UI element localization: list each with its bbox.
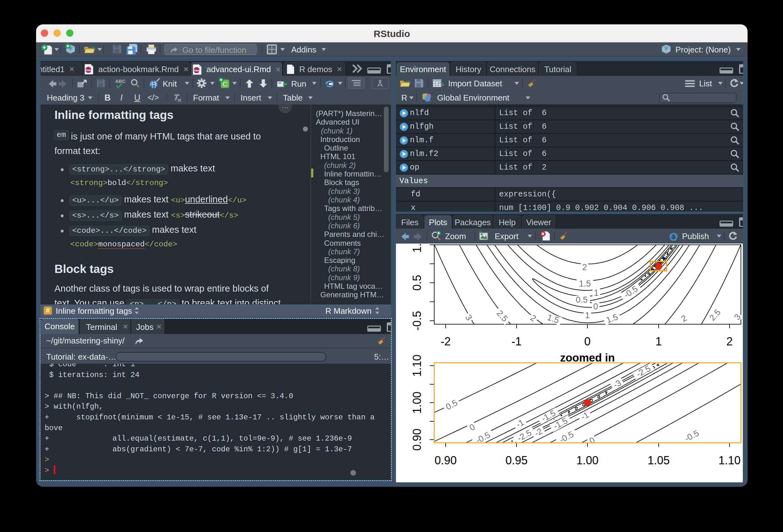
svg-text:1.00: 1.00 [410,392,424,414]
svg-text:1: 1 [585,310,590,320]
svg-text:ABC: ABC [115,78,126,84]
svg-text:1: 1 [655,335,662,348]
svg-text:0: 0 [593,302,598,311]
svg-text:0: 0 [584,335,591,348]
svg-text:1.5: 1.5 [579,279,591,289]
svg-text:0.90: 0.90 [435,454,457,467]
svg-text:0.5: 0.5 [410,275,424,291]
svg-text:Rmd: Rmd [193,69,200,72]
svg-text:zoomed in: zoomed in [560,352,615,364]
svg-text:1.00: 1.00 [576,454,598,467]
svg-text:-1: -1 [511,335,522,348]
svg-text:1.05: 1.05 [648,454,670,467]
svg-text:C: C [222,80,227,88]
svg-text:0.90: 0.90 [410,429,424,451]
svg-text:0.95: 0.95 [505,454,528,467]
svg-text:1.5: 1.5 [410,243,424,253]
svg-text:2: 2 [726,335,733,348]
svg-text:0.5: 0.5 [576,295,588,305]
svg-text:1.10: 1.10 [718,454,741,467]
svg-text:Rmd: Rmd [85,68,92,72]
svg-text:R: R [665,45,668,51]
svg-text:1: 1 [594,288,598,298]
svg-text:-0.5: -0.5 [410,311,424,331]
svg-text:2: 2 [582,263,587,272]
svg-text:1.10: 1.10 [410,355,424,377]
svg-text:-2: -2 [441,335,451,348]
